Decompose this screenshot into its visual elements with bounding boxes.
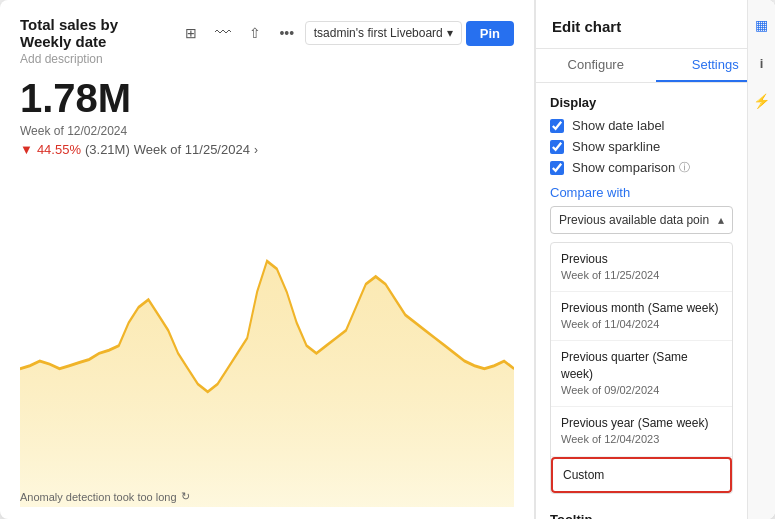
table-icon: ⊞ (185, 25, 197, 41)
refresh-icon: ↻ (181, 490, 190, 503)
sparkline-icon: 〰 (215, 24, 231, 42)
side-icons: ▦ i ⚡ (747, 83, 775, 519)
anomaly-label: Anomaly detection took too long (20, 491, 177, 503)
metric-date: Week of 12/02/2024 (20, 124, 514, 138)
chart-area: Anomaly detection took too long ↻ (20, 169, 514, 507)
chart-header: Total sales by Weekly date ⊞ 〰 ⇧ ••• tsa… (20, 16, 514, 50)
change-val: (3.21M) (85, 142, 130, 157)
chevron-down-icon: ▴ (718, 213, 724, 227)
table-view-btn[interactable]: ⊞ (177, 19, 205, 47)
dropdown-item-custom[interactable]: Custom (551, 457, 732, 494)
prev-month-sub: Week of 11/04/2024 (561, 317, 722, 332)
sparkline-chart (20, 169, 514, 507)
prev-week-label: Previous (561, 251, 722, 268)
compare-dropdown[interactable]: Previous available data poin ▴ (550, 206, 733, 234)
panel-header: Edit chart × (536, 0, 775, 49)
compare-dropdown-value: Previous available data poin (559, 213, 709, 227)
show-sparkline-row: Show sparkline (550, 139, 733, 154)
configure-tab-label: Configure (568, 57, 624, 72)
dropdown-item-prev-month[interactable]: Previous month (Same week) Week of 11/04… (551, 292, 732, 341)
liveboard-chevron-icon: ▾ (447, 26, 453, 40)
prev-month-label: Previous month (Same week) (561, 300, 722, 317)
show-sparkline-text: Show sparkline (572, 139, 660, 154)
header-actions: ⊞ 〰 ⇧ ••• tsadmin's first Liveboard ▾ Pi… (177, 19, 514, 47)
show-comparison-checkbox[interactable] (550, 161, 564, 175)
prev-year-label: Previous year (Same week) (561, 415, 722, 432)
more-btn[interactable]: ••• (273, 19, 301, 47)
change-period: Week of 11/25/2024 (134, 142, 250, 157)
info-circle-icon: ⓘ (679, 160, 690, 175)
settings-tab-label: Settings (692, 57, 739, 72)
left-panel: Total sales by Weekly date ⊞ 〰 ⇧ ••• tsa… (0, 0, 535, 519)
liveboard-selector[interactable]: tsadmin's first Liveboard ▾ (305, 21, 462, 45)
more-icon: ••• (279, 25, 294, 41)
show-comparison-text: Show comparison ⓘ (572, 160, 690, 175)
chevron-right-icon: › (254, 143, 258, 157)
anomaly-notice: Anomaly detection took too long ↻ (20, 490, 190, 503)
panel-tabs: Configure Settings (536, 49, 775, 83)
dropdown-item-prev-quarter[interactable]: Previous quarter (Same week) Week of 09/… (551, 341, 732, 407)
dropdown-list: Previous Week of 11/25/2024 Previous mon… (550, 242, 733, 494)
dropdown-item-prev-year[interactable]: Previous year (Same week) Week of 12/04/… (551, 407, 732, 456)
pin-button[interactable]: Pin (466, 21, 514, 46)
prev-quarter-sub: Week of 09/02/2024 (561, 383, 722, 398)
compare-with-label: Compare with (550, 185, 733, 200)
prev-week-sub: Week of 11/25/2024 (561, 268, 722, 283)
tooltip-section-label: Tooltip (550, 504, 733, 519)
chart-title: Total sales by Weekly date (20, 16, 169, 50)
metric-value: 1.78M (20, 76, 514, 120)
show-date-label-checkbox[interactable] (550, 119, 564, 133)
add-description[interactable]: Add description (20, 52, 514, 66)
display-section-label: Display (550, 95, 733, 110)
show-date-label-text: Show date label (572, 118, 665, 133)
change-pct: 44.55% (37, 142, 81, 157)
custom-label: Custom (563, 467, 720, 484)
share-btn[interactable]: ⇧ (241, 19, 269, 47)
show-comparison-row: Show comparison ⓘ (550, 160, 733, 175)
lightning-icon[interactable]: ⚡ (751, 90, 773, 112)
show-sparkline-checkbox[interactable] (550, 140, 564, 154)
liveboard-label: tsadmin's first Liveboard (314, 26, 443, 40)
prev-year-sub: Week of 12/04/2023 (561, 432, 722, 447)
panel-content: Display Show date label Show sparkline S… (536, 83, 775, 519)
tab-configure[interactable]: Configure (536, 49, 656, 82)
show-date-label-row: Show date label (550, 118, 733, 133)
right-panel: Edit chart × Configure Settings Display … (535, 0, 775, 519)
metric-change: ▼ 44.55% (3.21M) Week of 11/25/2024 › (20, 142, 514, 157)
down-arrow-icon: ▼ (20, 142, 33, 157)
sparkline-btn[interactable]: 〰 (209, 19, 237, 47)
prev-quarter-label: Previous quarter (Same week) (561, 349, 722, 383)
panel-title: Edit chart (552, 18, 621, 35)
dropdown-item-prev-week[interactable]: Previous Week of 11/25/2024 (551, 243, 732, 292)
share-icon: ⇧ (249, 25, 261, 41)
